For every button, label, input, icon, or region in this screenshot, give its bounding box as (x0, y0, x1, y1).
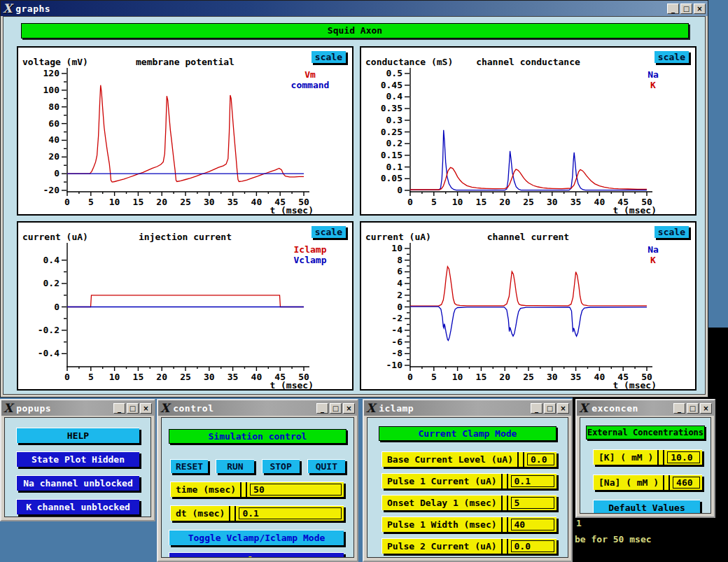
graphs-window: X graphs _ □ × Squid Axon voltage (mV) m… (0, 0, 708, 398)
iclamp-titlebar[interactable]: X iclamp _ □ × (364, 400, 571, 416)
field-value[interactable]: 10.0 (667, 451, 700, 463)
maximize-button[interactable]: □ (687, 403, 699, 414)
svg-text:40: 40 (251, 197, 262, 207)
field-value[interactable]: 50 (250, 484, 342, 496)
svg-text:15: 15 (476, 372, 487, 382)
control-titlebar[interactable]: X control _ □ × (158, 400, 357, 416)
graphs-titlebar[interactable]: X graphs _ □ × (1, 1, 708, 16)
field-label: Base Current Level (uA) (387, 454, 513, 465)
field-label: Pulse 1 Width (msec) (387, 519, 497, 530)
na-mm-field: [Na] ( mM )460 (593, 475, 702, 490)
field-value[interactable]: 0.1 (239, 507, 342, 519)
k-channel-unblocked-button[interactable]: K channel unblocked (16, 499, 139, 514)
minimize-button[interactable]: _ (667, 3, 679, 14)
svg-text:5: 5 (88, 372, 94, 382)
close-button[interactable]: × (140, 403, 152, 414)
run-button[interactable]: RUN (216, 459, 253, 473)
close-button[interactable]: × (557, 403, 569, 414)
x-logo-icon: X (579, 402, 588, 414)
field-label: time (msec) (176, 484, 236, 495)
terminal-line: be for 50 msec (575, 534, 652, 545)
svg-text:30: 30 (547, 197, 558, 207)
field-value[interactable]: 0.0 (527, 454, 554, 465)
svg-text:6: 6 (397, 266, 402, 276)
window-title: graphs (15, 3, 50, 14)
field-separator-icon (657, 450, 664, 465)
svg-text:0: 0 (54, 302, 59, 312)
state-plot-hidden-button[interactable]: State Plot Hidden (16, 451, 139, 467)
field-value[interactable]: 460 (673, 477, 700, 489)
svg-text:30: 30 (547, 372, 558, 382)
quit-button[interactable]: QUIT (307, 459, 345, 473)
svg-text:100: 100 (43, 85, 60, 95)
stop-button[interactable]: STOP (262, 459, 300, 473)
x-logo-icon: X (4, 402, 13, 414)
field-label: Pulse 2 Current (uA) (387, 541, 497, 552)
svg-text:120: 120 (43, 68, 60, 78)
svg-text:t (msec): t (msec) (612, 380, 657, 389)
svg-text:-0.4: -0.4 (38, 348, 59, 358)
help-button[interactable]: HELP (16, 428, 139, 443)
popups-titlebar[interactable]: X popups _ □ × (1, 400, 154, 416)
window-title: popups (16, 403, 51, 414)
minimize-button[interactable]: _ (113, 403, 125, 414)
plot-canvas: 120100806040200-2005101520253035404550t … (18, 48, 352, 214)
field-separator-icon (501, 496, 508, 510)
window-title: control (173, 403, 214, 414)
svg-text:30: 30 (204, 197, 215, 207)
plot-canvas: 0.50.450.40.350.30.250.20.150.10.0500510… (361, 48, 695, 214)
plot-canvas: 1086420-2-4-6-8-1005101520253035404550t … (361, 223, 695, 389)
window-title: exconcen (592, 403, 638, 414)
maximize-button[interactable]: □ (330, 403, 342, 414)
svg-text:15: 15 (133, 197, 144, 207)
svg-text:40: 40 (251, 372, 262, 382)
close-button[interactable]: × (700, 403, 712, 414)
exconcen-titlebar[interactable]: X exconcen _ □ × (577, 400, 714, 416)
maximize-button[interactable]: □ (127, 403, 139, 414)
svg-text:0: 0 (64, 372, 70, 382)
reset-button[interactable]: RESET (170, 459, 208, 473)
svg-text:t (msec): t (msec) (270, 380, 314, 389)
popups-window: X popups _ □ × HELPState Plot HiddenNa c… (0, 399, 155, 521)
graphs-content: Squid Axon voltage (mV) membrane potenti… (3, 16, 706, 395)
pulse-1-current-ua-field: Pulse 1 Current (uA)0.1 (382, 473, 556, 489)
svg-text:10: 10 (109, 372, 120, 382)
svg-text:t (msec): t (msec) (270, 205, 314, 214)
svg-text:40: 40 (594, 197, 606, 207)
svg-text:35: 35 (227, 372, 239, 382)
minimize-button[interactable]: _ (673, 403, 685, 414)
onset-delay-1-msec-field: Onset Delay 1 (msec)5 (382, 495, 556, 510)
svg-text:20: 20 (156, 197, 167, 207)
maximize-button[interactable]: □ (544, 403, 556, 414)
minimize-button[interactable]: _ (316, 403, 328, 414)
svg-text:20: 20 (156, 372, 167, 382)
svg-text:25: 25 (180, 372, 191, 382)
pulse-2-current-ua-field: Pulse 2 Current (uA)0.0 (382, 538, 556, 554)
close-button[interactable]: × (343, 403, 355, 414)
field-value[interactable]: 0.0 (511, 540, 554, 552)
field-value[interactable]: 40 (511, 519, 554, 531)
svg-text:t (msec): t (msec) (612, 205, 657, 214)
minimize-button[interactable]: _ (531, 403, 542, 414)
toggle-vclamp-iclamp-mode-button[interactable]: Toggle Vclamp/Iclamp Mode (169, 530, 344, 545)
maximize-button[interactable]: □ (680, 3, 692, 14)
svg-text:0.15: 0.15 (381, 150, 402, 160)
svg-text:0.2: 0.2 (386, 138, 402, 148)
svg-text:35: 35 (570, 197, 582, 207)
svg-text:2: 2 (397, 290, 402, 300)
svg-text:-10: -10 (386, 360, 403, 370)
field-value[interactable]: 0.1 (511, 475, 554, 487)
svg-text:20: 20 (48, 151, 59, 162)
svg-text:5: 5 (431, 197, 437, 207)
svg-text:35: 35 (570, 372, 582, 382)
field-value[interactable]: 5 (511, 497, 554, 509)
window-title: iclamp (379, 403, 414, 414)
close-button[interactable]: × (694, 3, 706, 14)
overlay-off-button[interactable]: Overlay OFF (169, 552, 344, 558)
na-channel-unblocked-button[interactable]: Na channel unblocked (16, 475, 139, 491)
svg-text:-2: -2 (391, 313, 402, 323)
default-values-button[interactable]: Default Values (593, 500, 700, 514)
svg-text:10: 10 (109, 197, 120, 207)
terminal-line: 1 (576, 518, 582, 528)
svg-text:40: 40 (48, 134, 59, 145)
